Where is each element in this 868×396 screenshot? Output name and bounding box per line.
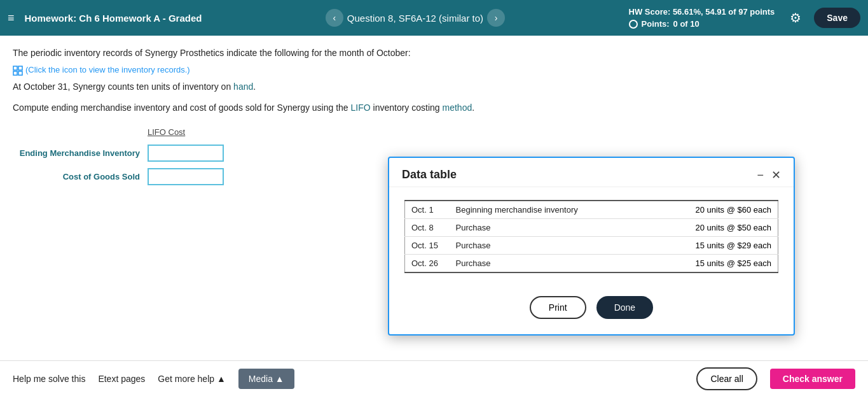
prev-question-button[interactable]: ‹	[326, 9, 343, 27]
table-row: Oct. 8 Purchase 20 units @ $50 each	[405, 219, 778, 237]
settings-button[interactable]: ⚙	[790, 10, 801, 25]
lifo-cost-header: LIFO Cost	[148, 127, 280, 137]
inventory-records-link[interactable]: (Click the icon to view the inventory re…	[13, 65, 190, 74]
nav-title: Homework: Ch 6 Homework A - Graded	[25, 13, 202, 24]
hw-score-value: 56.61%, 54.91 of 97 points	[673, 7, 775, 17]
form-area: LIFO Cost Ending Merchandise Inventory C…	[13, 127, 280, 185]
cogs-row: Cost of Goods Sold	[13, 168, 280, 185]
table-row: Oct. 26 Purchase 15 units @ $25 each	[405, 255, 778, 273]
question-text-3: Compute ending merchandise inventory and…	[13, 101, 855, 115]
close-button[interactable]: ✕	[771, 169, 781, 181]
row-quantity: 15 units @ $25 each	[647, 255, 778, 273]
row-quantity: 20 units @ $60 each	[647, 201, 778, 219]
points-label: Points:	[642, 18, 670, 31]
row-quantity: 20 units @ $50 each	[647, 219, 778, 237]
ending-inventory-input[interactable]	[148, 145, 224, 162]
question-text-2: At October 31, Synergy counts ten units …	[13, 80, 855, 94]
modal-footer: Print Done	[389, 286, 794, 334]
question-label: Question 8, SF6A-12 (similar to)	[347, 13, 483, 24]
row-description: Beginning merchandise inventory	[450, 201, 648, 219]
svg-rect-3	[18, 71, 22, 75]
hand-link[interactable]: hand	[233, 81, 253, 92]
row-description: Purchase	[450, 219, 648, 237]
row-description: Purchase	[450, 255, 648, 273]
cogs-input[interactable]	[148, 168, 224, 185]
data-table-modal: Data table − ✕ Oct. 1 Beginning merchand…	[388, 157, 795, 336]
lifo-link[interactable]: LIFO	[351, 103, 371, 113]
save-button[interactable]: Save	[814, 8, 860, 28]
minimize-button[interactable]: −	[757, 169, 764, 181]
main-content: The periodic inventory records of Synerg…	[0, 36, 868, 360]
svg-rect-1	[18, 66, 22, 70]
row-description: Purchase	[450, 237, 648, 255]
next-question-button[interactable]: ›	[487, 9, 505, 27]
inventory-table: Oct. 1 Beginning merchandise inventory 2…	[404, 200, 778, 273]
points-value: 0 of 10	[673, 18, 699, 31]
nav-bar: ≡ Homework: Ch 6 Homework A - Graded ‹ Q…	[0, 0, 868, 36]
cogs-label: Cost of Goods Sold	[13, 172, 140, 181]
method-link[interactable]: method	[443, 103, 472, 113]
row-date: Oct. 15	[405, 237, 450, 255]
icon-link-text: (Click the icon to view the inventory re…	[25, 65, 190, 74]
table-row: Oct. 1 Beginning merchandise inventory 2…	[405, 201, 778, 219]
modal-body: Oct. 1 Beginning merchandise inventory 2…	[389, 187, 794, 286]
row-date: Oct. 8	[405, 219, 450, 237]
row-date: Oct. 1	[405, 201, 450, 219]
question-text-1: The periodic inventory records of Synerg…	[13, 46, 855, 60]
hw-score-label: HW Score:	[629, 7, 671, 17]
ending-inventory-label: Ending Merchandise Inventory	[13, 148, 140, 158]
row-date: Oct. 26	[405, 255, 450, 273]
svg-rect-2	[13, 71, 17, 75]
grid-icon	[13, 66, 23, 76]
svg-rect-0	[13, 66, 17, 70]
ending-inventory-row: Ending Merchandise Inventory	[13, 145, 280, 162]
modal-controls: − ✕	[757, 169, 781, 181]
question-nav: ‹ Question 8, SF6A-12 (similar to) ›	[326, 9, 505, 27]
done-button[interactable]: Done	[596, 296, 653, 319]
score-area: HW Score: 56.61%, 54.91 of 97 points Poi…	[629, 6, 775, 31]
row-quantity: 15 units @ $29 each	[647, 237, 778, 255]
print-button[interactable]: Print	[530, 296, 586, 319]
table-row: Oct. 15 Purchase 15 units @ $29 each	[405, 237, 778, 255]
menu-icon[interactable]: ≡	[8, 11, 15, 25]
modal-title: Data table	[402, 168, 457, 181]
points-circle-icon	[629, 20, 638, 29]
modal-header: Data table − ✕	[389, 158, 794, 187]
